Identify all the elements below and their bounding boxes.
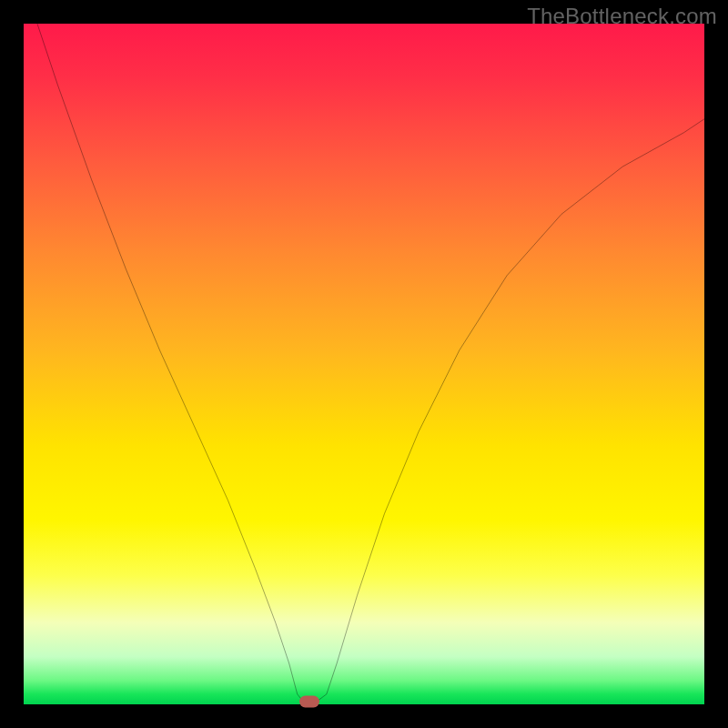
- optimal-marker: [299, 696, 319, 708]
- chart-frame: TheBottleneck.com: [0, 0, 728, 728]
- curve-path: [37, 24, 704, 702]
- plot-area: [24, 24, 704, 704]
- curve-svg: [24, 24, 704, 704]
- watermark-label: TheBottleneck.com: [527, 4, 717, 29]
